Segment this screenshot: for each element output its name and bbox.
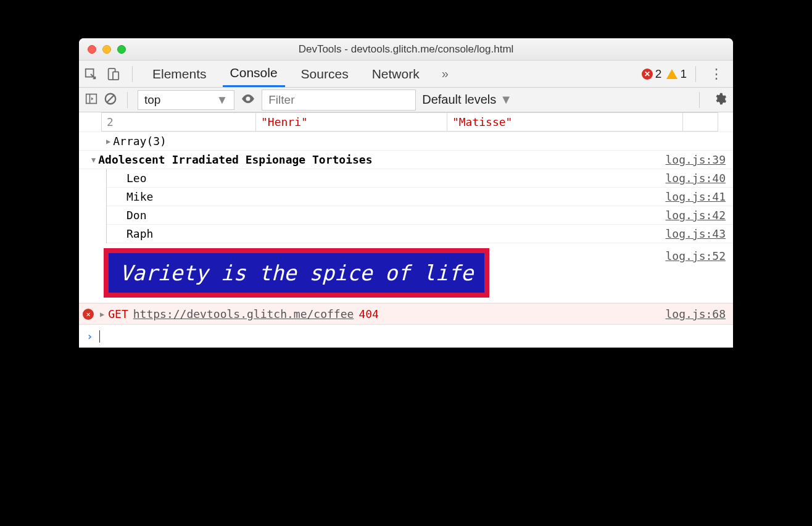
titlebar: DevTools - devtools.glitch.me/console/lo… <box>79 38 733 61</box>
inspect-icon[interactable] <box>84 67 97 81</box>
source-link[interactable]: log.js:52 <box>665 249 726 262</box>
log-text: Mike <box>126 190 153 203</box>
chevron-down-icon: ▼ <box>500 93 512 107</box>
collapse-arrow-icon[interactable] <box>91 156 96 164</box>
source-link[interactable]: log.js:42 <box>665 209 726 222</box>
chevron-down-icon: ▼ <box>216 93 228 107</box>
expand-arrow-icon[interactable] <box>106 137 110 146</box>
divider <box>132 66 133 82</box>
table-row[interactable]: 2 "Henri" "Matisse" <box>102 113 718 132</box>
divider <box>127 92 128 108</box>
array-label: Array(3) <box>113 135 167 148</box>
console-content: 2 "Henri" "Matisse" Array(3) Adolescent … <box>79 112 733 348</box>
warning-count-badge[interactable]: 1 <box>666 67 687 81</box>
array-log[interactable]: Array(3) <box>79 132 733 151</box>
more-tabs-icon[interactable]: » <box>436 67 455 81</box>
log-entry[interactable]: Mike log.js:41 <box>107 188 733 206</box>
svg-point-7 <box>246 96 251 101</box>
http-status: 404 <box>358 307 379 320</box>
source-link[interactable]: log.js:43 <box>665 227 726 240</box>
log-entry[interactable]: Raph log.js:43 <box>107 225 733 243</box>
styled-log-text: Variety is the spice of life <box>104 248 489 298</box>
svg-line-6 <box>107 95 114 102</box>
console-group[interactable]: Adolescent Irradiated Espionage Tortoise… <box>79 151 733 169</box>
filter-input[interactable] <box>262 90 416 111</box>
console-prompt[interactable]: › <box>79 325 733 348</box>
warning-icon <box>666 69 677 79</box>
log-text: Raph <box>126 227 153 240</box>
live-expression-icon[interactable] <box>241 91 255 109</box>
log-entry[interactable]: Leo log.js:40 <box>107 169 733 188</box>
clear-console-icon[interactable] <box>104 92 117 108</box>
device-toggle-icon[interactable] <box>106 67 120 81</box>
group-children: Leo log.js:40 Mike log.js:41 Don log.js:… <box>106 169 733 243</box>
levels-label: Default levels <box>422 93 496 107</box>
warning-count: 1 <box>680 67 687 81</box>
source-link[interactable]: log.js:39 <box>665 153 726 166</box>
kebab-menu-icon[interactable]: ⋮ <box>705 66 728 82</box>
window-title: DevTools - devtools.glitch.me/console/lo… <box>79 43 733 56</box>
source-link[interactable]: log.js:40 <box>665 172 726 185</box>
log-text: Leo <box>126 172 147 185</box>
tab-sources[interactable]: Sources <box>294 62 356 86</box>
divider <box>699 92 700 108</box>
divider <box>695 66 696 82</box>
source-link[interactable]: log.js:41 <box>665 190 726 203</box>
error-count-badge[interactable]: ✕ 2 <box>642 67 662 81</box>
log-levels-select[interactable]: Default levels ▼ <box>422 93 512 107</box>
devtools-window: DevTools - devtools.glitch.me/console/lo… <box>79 38 733 348</box>
expand-arrow-icon[interactable]: ▶ <box>100 310 104 319</box>
settings-icon[interactable] <box>713 92 727 108</box>
source-link[interactable]: log.js:68 <box>665 307 726 320</box>
error-icon: ✕ <box>642 69 653 80</box>
sidebar-toggle-icon[interactable] <box>85 93 97 107</box>
tab-network[interactable]: Network <box>365 62 427 86</box>
tabs-bar: Elements Console Sources Network » ✕ 2 1… <box>79 61 733 88</box>
table-index: 2 <box>102 113 256 132</box>
context-select[interactable]: top ▼ <box>138 90 234 110</box>
tab-console[interactable]: Console <box>223 61 285 87</box>
error-log-entry[interactable]: ✕ ▶ GET https://devtools.glitch.me/coffe… <box>79 303 733 325</box>
http-method: GET <box>108 307 128 320</box>
console-toolbar: top ▼ Default levels ▼ <box>79 88 733 112</box>
cursor <box>99 330 100 343</box>
error-url[interactable]: https://devtools.glitch.me/coffee <box>133 307 354 320</box>
console-table: 2 "Henri" "Matisse" <box>101 112 718 132</box>
tab-elements[interactable]: Elements <box>145 62 214 86</box>
styled-log-entry[interactable]: Variety is the spice of life log.js:52 <box>79 243 733 303</box>
log-text: Don <box>126 209 147 222</box>
log-entry[interactable]: Don log.js:42 <box>107 206 733 225</box>
table-cell: "Henri" <box>256 113 447 132</box>
error-count: 2 <box>655 67 662 81</box>
prompt-icon: › <box>86 330 93 343</box>
table-cell: "Matisse" <box>447 113 682 132</box>
group-title: Adolescent Irradiated Espionage Tortoise… <box>98 153 372 166</box>
error-icon: ✕ <box>83 309 94 320</box>
svg-rect-2 <box>113 72 118 80</box>
context-value: top <box>144 93 160 107</box>
table-cell <box>683 113 718 132</box>
